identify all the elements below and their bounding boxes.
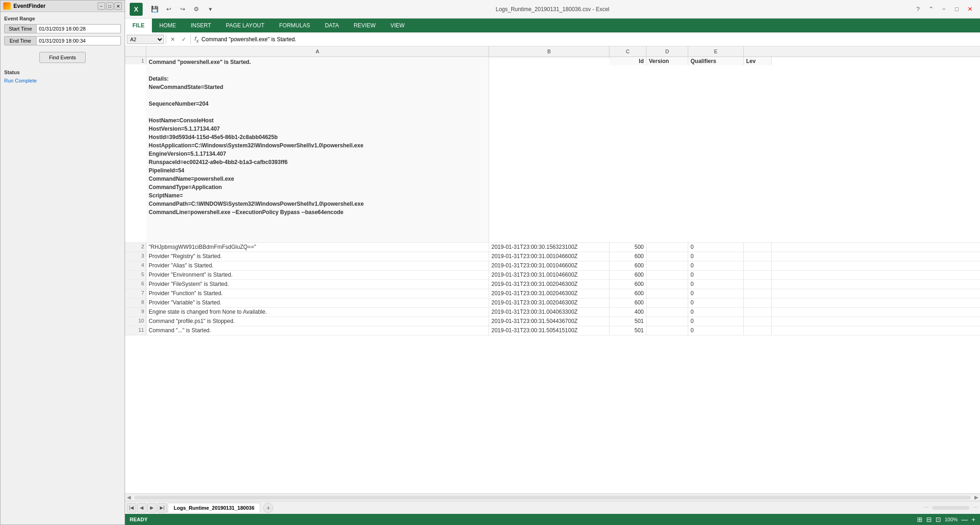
cell-d[interactable] — [647, 289, 688, 298]
tab-review[interactable]: REVIEW — [346, 19, 383, 32]
cell-c[interactable]: 600 — [609, 261, 647, 270]
customize-button[interactable]: ⚙ — [191, 4, 202, 15]
undo-button[interactable]: ↩ — [163, 4, 174, 15]
find-events-button[interactable]: Find Events — [39, 52, 86, 63]
cell-e[interactable]: 0 — [688, 326, 744, 335]
cell-a[interactable]: Provider "Variable" is Started. — [146, 298, 489, 307]
add-sheet-button[interactable]: + — [263, 503, 273, 513]
minimize-button[interactable]: − — [98, 2, 105, 10]
tab-home[interactable]: HOME — [152, 19, 183, 32]
col-header-b[interactable]: B — [489, 46, 609, 57]
cell-b[interactable]: 2019-01-31T23:00:31.001046600Z — [489, 252, 609, 261]
cell-b[interactable]: 2019-01-31T23:00:31.001046600Z — [489, 271, 609, 279]
horizontal-scrollbar[interactable]: ◀ ▶ — [125, 493, 980, 501]
cell-a[interactable]: Provider "FileSystem" is Started. — [146, 280, 489, 289]
cell-e[interactable]: 0 — [688, 271, 744, 279]
sheet-nav-first[interactable]: |◀ — [127, 503, 136, 512]
sheet-tab-active[interactable]: Logs_Runtime_20190131_180036 — [168, 503, 260, 512]
cell-f[interactable] — [744, 289, 772, 298]
cell-e[interactable]: 0 — [688, 280, 744, 289]
row-number[interactable]: 4 — [125, 261, 146, 270]
cell-e[interactable]: 0 — [688, 308, 744, 316]
cell-b[interactable]: 2019-01-31T23:00:31.002046300Z — [489, 280, 609, 289]
cell-d[interactable] — [647, 261, 688, 270]
cell-c1[interactable]: Id — [609, 57, 647, 65]
cell-e[interactable]: 0 — [688, 261, 744, 270]
cell-c[interactable]: 600 — [609, 280, 647, 289]
cell-c[interactable]: 501 — [609, 326, 647, 335]
win-restore-button[interactable]: □ — [951, 4, 962, 15]
cell-c[interactable]: 600 — [609, 252, 647, 261]
cell-e[interactable]: 0 — [688, 243, 744, 252]
end-time-input[interactable] — [37, 36, 121, 45]
save-button[interactable]: 💾 — [149, 4, 160, 15]
cell-a[interactable]: Provider "Alias" is Started. — [146, 261, 489, 270]
col-header-c[interactable]: C — [609, 46, 647, 57]
row-number[interactable]: 10 — [125, 317, 146, 326]
cell-b[interactable]: 2019-01-31T23:00:30.156323100Z — [489, 243, 609, 252]
row-number[interactable]: 3 — [125, 252, 146, 261]
cell-b[interactable]: 2019-01-31T23:00:31.001046600Z — [489, 261, 609, 270]
start-time-input[interactable] — [37, 24, 121, 33]
cell-b[interactable]: 2019-01-31T23:00:31.505415100Z — [489, 326, 609, 335]
tab-data[interactable]: DATA — [317, 19, 346, 32]
cell-a1[interactable]: Command "powershell.exe" is Started. Det… — [146, 57, 489, 242]
cell-e[interactable]: 0 — [688, 252, 744, 261]
cell-a[interactable]: Provider "Environment" is Started. — [146, 271, 489, 279]
cell-d[interactable] — [647, 252, 688, 261]
formula-input[interactable] — [201, 35, 978, 44]
cell-f[interactable] — [744, 280, 772, 289]
cell-f[interactable] — [744, 271, 772, 279]
sheet-nav-prev[interactable]: ◀ — [137, 503, 146, 512]
cell-f[interactable] — [744, 308, 772, 316]
row-number[interactable]: 5 — [125, 271, 146, 279]
row-number[interactable]: 11 — [125, 326, 146, 335]
win-minimize-button[interactable]: − — [938, 4, 949, 15]
redo-button[interactable]: ↪ — [177, 4, 188, 15]
ribbon-collapse-button[interactable]: ⌃ — [925, 4, 936, 15]
tab-formulas[interactable]: FORMULAS — [272, 19, 318, 32]
cell-b[interactable]: 2019-01-31T23:00:31.002046300Z — [489, 298, 609, 307]
tab-file[interactable]: FILE — [125, 19, 152, 32]
row-number[interactable]: 9 — [125, 308, 146, 316]
sheet-nav-last[interactable]: ▶| — [157, 503, 167, 512]
view-page-break-icon[interactable]: ⊡ — [936, 516, 941, 523]
cell-f[interactable] — [744, 252, 772, 261]
view-page-layout-icon[interactable]: ⊟ — [926, 516, 932, 523]
cell-d[interactable] — [647, 317, 688, 326]
cell-b1[interactable] — [489, 57, 609, 59]
cell-d[interactable] — [647, 298, 688, 307]
cell-f[interactable] — [744, 317, 772, 326]
maximize-button[interactable]: □ — [106, 2, 113, 10]
cell-f[interactable] — [744, 261, 772, 270]
close-button[interactable]: ✕ — [114, 2, 122, 10]
cell-d[interactable] — [647, 271, 688, 279]
cell-c[interactable]: 600 — [609, 271, 647, 279]
cell-e[interactable]: 0 — [688, 289, 744, 298]
cell-b[interactable]: 2019-01-31T23:00:31.504436700Z — [489, 317, 609, 326]
win-close-button[interactable]: ✕ — [964, 4, 975, 15]
view-normal-icon[interactable]: ⊞ — [917, 516, 923, 523]
cell-f[interactable] — [744, 243, 772, 252]
rows-container[interactable]: 1 Command "powershell.exe" is Started. D… — [125, 57, 980, 493]
row-number[interactable]: 7 — [125, 289, 146, 298]
cell-f1[interactable]: Lev — [744, 57, 772, 65]
zoom-slider[interactable]: — — [961, 516, 968, 523]
cell-b[interactable]: 2019-01-31T23:00:31.004063300Z — [489, 308, 609, 316]
cell-e1[interactable]: Qualifiers — [688, 57, 744, 65]
row-number[interactable]: 8 — [125, 298, 146, 307]
cell-f[interactable] — [744, 326, 772, 335]
cancel-formula-button[interactable]: ✕ — [168, 35, 177, 44]
cell-c[interactable]: 600 — [609, 289, 647, 298]
cell-c[interactable]: 501 — [609, 317, 647, 326]
zoom-in-button[interactable]: + — [972, 516, 975, 523]
tab-insert[interactable]: INSERT — [183, 19, 219, 32]
cell-c[interactable]: 600 — [609, 298, 647, 307]
cell-f[interactable] — [744, 298, 772, 307]
cell-d1[interactable]: Version — [647, 57, 688, 65]
cell-a[interactable]: Provider "Registry" is Started. — [146, 252, 489, 261]
cell-a[interactable]: Command "profile.ps1" is Stopped. — [146, 317, 489, 326]
cell-c[interactable]: 500 — [609, 243, 647, 252]
row-number[interactable]: 2 — [125, 243, 146, 252]
row-number[interactable]: 1 — [125, 57, 146, 64]
